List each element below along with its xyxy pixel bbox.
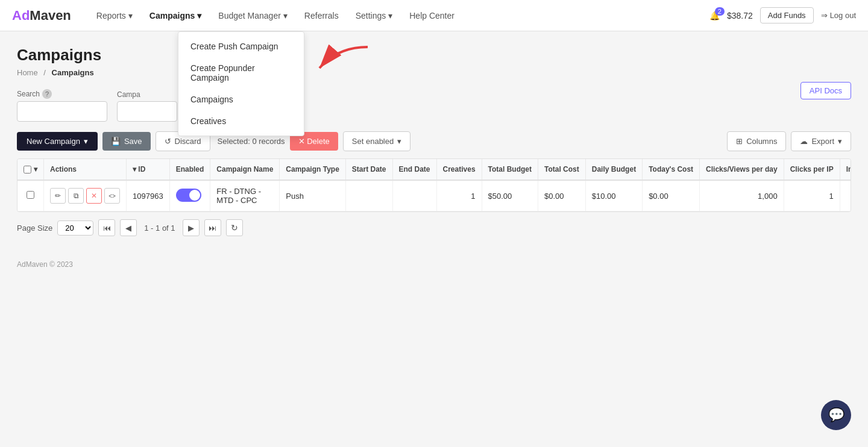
td-end-date bbox=[392, 180, 436, 211]
api-docs-button[interactable]: API Docs bbox=[800, 82, 851, 99]
dropdown-creatives[interactable]: Creatives bbox=[178, 110, 304, 132]
th-end-date: End Date bbox=[392, 159, 436, 180]
page-title: Campaigns bbox=[17, 46, 851, 64]
navbar: AdMaven Reports ▾ Campaigns ▾ Budget Man… bbox=[0, 0, 868, 31]
nav-settings[interactable]: Settings ▾ bbox=[348, 7, 400, 24]
dropdown-campaigns[interactable]: Campaigns bbox=[178, 89, 304, 110]
first-page-button[interactable]: ⏮ bbox=[98, 219, 115, 236]
search-filter-group: Search ? bbox=[17, 89, 107, 122]
th-start-date: Start Date bbox=[345, 159, 392, 180]
campaign-filter-group: Campa bbox=[117, 90, 177, 122]
td-campaign-type: Push bbox=[280, 180, 345, 211]
page-size-select[interactable]: 20 50 100 bbox=[57, 220, 93, 236]
search-input[interactable] bbox=[17, 101, 107, 122]
td-impressions-per-ip: 10 bbox=[840, 180, 851, 211]
td-id: 1097963 bbox=[127, 180, 170, 211]
save-button[interactable]: 💾 Save bbox=[102, 132, 151, 151]
th-todays-cost: Today's Cost bbox=[643, 159, 700, 180]
nav-budget-manager[interactable]: Budget Manager ▾ bbox=[211, 7, 295, 24]
campaign-input[interactable] bbox=[117, 101, 177, 122]
breadcrumb-sep: / bbox=[43, 68, 46, 77]
dropdown-create-popunder[interactable]: Create Popunder Campaign bbox=[178, 57, 304, 89]
next-page-button[interactable]: ▶ bbox=[183, 219, 200, 236]
logo-ad: Ad bbox=[12, 8, 30, 23]
save-icon: 💾 bbox=[111, 137, 121, 146]
toolbar: New Campaign ▾ 💾 Save ↺ Discard Selected… bbox=[17, 131, 851, 151]
td-daily-budget: $10.00 bbox=[585, 180, 642, 211]
account-balance: $38.72 bbox=[727, 11, 753, 20]
search-tooltip-icon: ? bbox=[42, 89, 52, 99]
export-arrow-icon: ▾ bbox=[838, 137, 842, 146]
copyright-text: AdMaven © 2023 bbox=[17, 260, 73, 269]
nav-campaigns[interactable]: Campaigns ▾ bbox=[142, 7, 209, 24]
th-enabled: Enabled bbox=[169, 159, 210, 180]
prev-page-button[interactable]: ◀ bbox=[120, 219, 137, 236]
code-action-button[interactable]: <> bbox=[104, 188, 120, 204]
th-daily-budget: Daily Budget bbox=[585, 159, 642, 180]
logout-icon: ⇒ bbox=[821, 11, 828, 20]
filters-row: Search ? Campa ✕ Clear Filters bbox=[17, 89, 851, 122]
selected-records-info: Selected: 0 records bbox=[218, 137, 285, 146]
page-info: 1 - 1 of 1 bbox=[142, 224, 177, 233]
th-actions: Actions bbox=[44, 159, 127, 180]
page-size-label: Page Size bbox=[17, 224, 52, 233]
notification-bell[interactable]: 🔔 2 bbox=[709, 11, 720, 20]
edit-action-button[interactable]: ✏ bbox=[50, 188, 66, 204]
delete-action-button[interactable]: ✕ bbox=[86, 188, 102, 204]
enabled-toggle[interactable] bbox=[176, 189, 201, 202]
th-total-cost: Total Cost bbox=[538, 159, 586, 180]
th-creatives: Creatives bbox=[436, 159, 482, 180]
footer: AdMaven © 2023 bbox=[0, 251, 868, 278]
app-logo[interactable]: AdMaven bbox=[12, 8, 71, 23]
nav-reports[interactable]: Reports ▾ bbox=[89, 7, 140, 24]
breadcrumb-current: Campaigns bbox=[52, 68, 94, 77]
refresh-button[interactable]: ↻ bbox=[226, 219, 243, 236]
logout-button[interactable]: ⇒ Log out bbox=[821, 11, 856, 20]
campaigns-table-container: ▾ Actions ▾ ID Enabled Campaign Name bbox=[17, 158, 851, 212]
set-enabled-button[interactable]: Set enabled ▾ bbox=[343, 131, 410, 151]
td-actions: ✏ ⧉ ✕ <> bbox=[44, 180, 127, 211]
breadcrumb-home[interactable]: Home bbox=[17, 68, 38, 77]
page-content: API Docs Campaigns Home / Campaigns Sear… bbox=[0, 31, 868, 251]
table-header-row: ▾ Actions ▾ ID Enabled Campaign Name bbox=[17, 159, 851, 180]
th-impressions-per-ip: Impressions per IP bbox=[840, 159, 851, 180]
td-clicks-per-ip: 1 bbox=[784, 180, 840, 211]
td-enabled[interactable] bbox=[169, 180, 210, 211]
dropdown-create-push[interactable]: Create Push Campaign bbox=[178, 36, 304, 57]
new-campaign-button[interactable]: New Campaign ▾ bbox=[17, 132, 98, 151]
checkbox-dropdown-arrow[interactable]: ▾ bbox=[34, 165, 37, 173]
last-page-button[interactable]: ⏭ bbox=[204, 219, 221, 236]
select-all-checkbox[interactable] bbox=[24, 166, 31, 173]
th-total-budget: Total Budget bbox=[482, 159, 538, 180]
nav-help-center[interactable]: Help Center bbox=[402, 7, 462, 24]
th-id[interactable]: ▾ ID bbox=[127, 159, 170, 180]
td-checkbox bbox=[17, 180, 44, 211]
row-checkbox[interactable] bbox=[27, 191, 34, 199]
dropdown-arrow-icon: ▾ bbox=[84, 137, 88, 146]
td-clicks-views-per-day: 1,000 bbox=[700, 180, 784, 211]
nav-items: Reports ▾ Campaigns ▾ Budget Manager ▾ R… bbox=[89, 7, 709, 24]
td-todays-cost: $0.00 bbox=[643, 180, 700, 211]
discard-icon: ↺ bbox=[165, 137, 171, 146]
th-clicks-views-per-day: Clicks/Views per day bbox=[700, 159, 784, 180]
campaign-label: Campa bbox=[117, 90, 177, 99]
nav-referrals[interactable]: Referrals bbox=[297, 7, 346, 24]
td-total-cost: $0.00 bbox=[538, 180, 586, 211]
export-button[interactable]: ☁ Export ▾ bbox=[791, 131, 851, 151]
copy-action-button[interactable]: ⧉ bbox=[68, 188, 84, 204]
th-checkbox: ▾ bbox=[17, 159, 44, 180]
td-total-budget: $50.00 bbox=[482, 180, 538, 211]
breadcrumb: Home / Campaigns bbox=[17, 68, 851, 77]
table-row: ✏ ⧉ ✕ <> 1097963 FR - DTNG - MTD - CPC P… bbox=[17, 180, 851, 211]
add-funds-button[interactable]: Add Funds bbox=[760, 7, 814, 23]
pagination-row: Page Size 20 50 100 ⏮ ◀ 1 - 1 of 1 ▶ ⏭ ↻ bbox=[17, 212, 851, 236]
search-label: Search ? bbox=[17, 89, 107, 99]
columns-grid-icon: ⊞ bbox=[736, 137, 743, 146]
td-start-date bbox=[345, 180, 392, 211]
set-enabled-arrow-icon: ▾ bbox=[397, 137, 401, 146]
campaigns-table: ▾ Actions ▾ ID Enabled Campaign Name bbox=[17, 159, 851, 211]
columns-button[interactable]: ⊞ Columns bbox=[727, 131, 786, 151]
th-campaign-name: Campaign Name bbox=[210, 159, 280, 180]
nav-right: 🔔 2 $38.72 Add Funds ⇒ Log out bbox=[709, 7, 856, 23]
td-campaign-name: FR - DTNG - MTD - CPC bbox=[210, 180, 280, 211]
